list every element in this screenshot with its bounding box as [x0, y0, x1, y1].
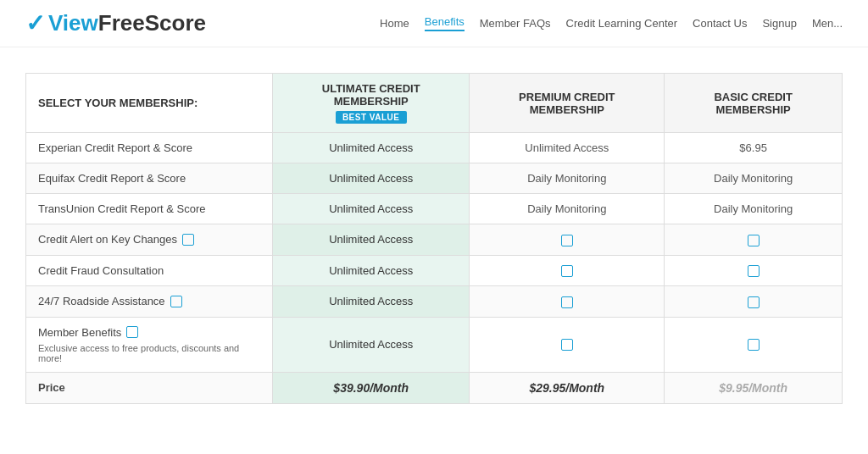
nav-learning[interactable]: Credit Learning Center	[566, 17, 678, 30]
row-label-3: Credit Alert on Key Changes	[26, 224, 273, 256]
price-label: Price	[26, 372, 273, 403]
basic-cell-6	[665, 317, 843, 372]
basic-cell-0: $6.95	[665, 133, 843, 163]
nav-contact[interactable]: Contact Us	[693, 17, 747, 30]
nav-signup[interactable]: Signup	[762, 17, 796, 30]
ultimate-cell-6: Unlimited Access	[273, 317, 470, 372]
row-label-4: Credit Fraud Consultation	[26, 255, 273, 286]
ultimate-cell-5: Unlimited Access	[273, 286, 470, 318]
col-header-premium: PREMIUM CREDIT MEMBERSHIP	[470, 74, 665, 133]
price-basic: $9.95/Month	[665, 372, 843, 403]
row-icon-3	[182, 234, 194, 246]
ultimate-cell-2: Unlimited Access	[273, 194, 470, 224]
best-value-badge: BEST VALUE	[336, 111, 407, 124]
logo-text: ViewFreeScore	[48, 10, 206, 36]
row-label-6: Member Benefits Exclusive access to free…	[26, 317, 273, 372]
ultimate-cell-0: Unlimited Access	[273, 133, 470, 163]
nav-benefits[interactable]: Benefits	[425, 15, 465, 31]
premium-cell-4	[470, 255, 665, 286]
premium-checkbox-6	[561, 339, 573, 351]
col-header-basic: BASIC CREDIT MEMBERSHIP	[665, 74, 843, 133]
basic-checkbox-4	[748, 265, 760, 277]
logo: ✓ ViewFreeScore	[25, 10, 206, 36]
ultimate-cell-4: Unlimited Access	[273, 255, 470, 286]
premium-cell-6	[470, 317, 665, 372]
ultimate-cell-3: Unlimited Access	[273, 224, 470, 256]
premium-cell-5	[470, 286, 665, 318]
nav-home[interactable]: Home	[380, 17, 409, 30]
price-ultimate: $39.90/Month	[273, 372, 470, 403]
main-content: SELECT YOUR MEMBERSHIP: ULTIMATE CREDIT …	[0, 47, 868, 421]
basic-cell-2: Daily Monitoring	[665, 194, 843, 224]
member-benefits-icon	[126, 326, 138, 338]
premium-cell-0: Unlimited Access	[470, 133, 665, 163]
main-nav: Home Benefits Member FAQs Credit Learnin…	[380, 15, 843, 31]
row-label-1: Equifax Credit Report & Score	[26, 163, 273, 194]
header: ✓ ViewFreeScore Home Benefits Member FAQ…	[0, 0, 868, 47]
row-label-0: Experian Credit Report & Score	[26, 133, 273, 163]
row-icon-5	[170, 296, 182, 307]
premium-checkbox-4	[561, 265, 573, 277]
col-header-ultimate: ULTIMATE CREDIT MEMBERSHIP BEST VALUE	[273, 74, 470, 133]
premium-cell-1: Daily Monitoring	[470, 163, 665, 194]
premium-checkbox-3	[561, 235, 573, 246]
premium-cell-3	[470, 224, 665, 256]
basic-checkbox-3	[748, 235, 760, 246]
basic-checkbox-6	[748, 339, 760, 351]
nav-faqs[interactable]: Member FAQs	[480, 17, 551, 30]
basic-cell-4	[665, 255, 843, 286]
premium-cell-2: Daily Monitoring	[470, 194, 665, 224]
basic-cell-5	[665, 286, 843, 318]
membership-table: SELECT YOUR MEMBERSHIP: ULTIMATE CREDIT …	[25, 73, 843, 404]
row-label-2: TransUnion Credit Report & Score	[26, 194, 273, 224]
nav-menu[interactable]: Men...	[812, 17, 843, 30]
logo-icon: ✓	[25, 12, 45, 36]
basic-cell-3	[665, 224, 843, 256]
premium-checkbox-5	[561, 296, 573, 308]
basic-checkbox-5	[748, 296, 760, 308]
ultimate-cell-1: Unlimited Access	[273, 163, 470, 194]
row-label-5: 24/7 Roadside Assistance	[26, 286, 273, 318]
price-premium: $29.95/Month	[470, 372, 665, 403]
table-header-label: SELECT YOUR MEMBERSHIP:	[26, 74, 273, 133]
basic-cell-1: Daily Monitoring	[665, 163, 843, 194]
